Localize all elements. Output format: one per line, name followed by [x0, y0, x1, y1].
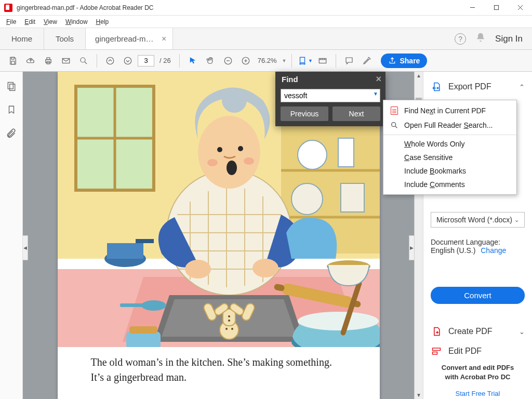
collapse-right-icon[interactable]: ▶: [409, 235, 414, 260]
svg-rect-14: [8, 83, 13, 89]
zoom-out-icon[interactable]: [220, 53, 236, 69]
tab-home[interactable]: Home: [0, 28, 44, 49]
svg-point-48: [252, 259, 278, 277]
menu-include-comments[interactable]: Include Comments: [383, 178, 516, 191]
close-button[interactable]: [508, 0, 532, 16]
svg-rect-3: [46, 59, 51, 62]
svg-rect-0: [494, 5, 498, 9]
svg-point-54: [207, 159, 218, 166]
menu-window[interactable]: Window: [61, 17, 92, 26]
fit-width-icon[interactable]: ▼: [297, 53, 313, 69]
svg-point-55: [244, 157, 254, 165]
export-pdf-icon: [431, 81, 442, 92]
start-trial-link[interactable]: Start Free Trial: [431, 390, 525, 397]
svg-point-7: [81, 58, 85, 62]
email-icon[interactable]: [58, 53, 74, 69]
svg-rect-6: [62, 58, 70, 63]
collapse-left-icon[interactable]: ◀: [23, 235, 28, 260]
save-icon[interactable]: [5, 53, 21, 69]
svg-rect-81: [433, 352, 437, 355]
svg-point-28: [291, 183, 323, 215]
page-up-icon[interactable]: [102, 53, 118, 69]
notifications-icon[interactable]: [475, 32, 486, 45]
change-language-link[interactable]: Change: [481, 246, 506, 255]
svg-point-52: [238, 146, 243, 151]
magnifier-icon: [390, 121, 399, 130]
select-tool-icon[interactable]: [185, 53, 201, 69]
export-pdf-row[interactable]: Export PDF ⌃: [431, 81, 525, 92]
find-title-label: Find: [282, 75, 298, 84]
find-next-button[interactable]: Next: [332, 107, 380, 121]
find-input[interactable]: [281, 89, 380, 102]
menu-case-sensitive[interactable]: Case Sensitive: [383, 151, 516, 164]
zoom-in-icon[interactable]: [238, 53, 254, 69]
export-format-select[interactable]: Microsoft Word (*.docx) ⌄: [431, 212, 525, 228]
svg-point-72: [298, 312, 379, 330]
page-down-icon[interactable]: [120, 53, 136, 69]
chevron-down-icon: ⌄: [519, 328, 525, 336]
highlight-icon[interactable]: [359, 53, 375, 69]
bookmark-icon[interactable]: [7, 104, 16, 116]
page-total-label: / 26: [159, 57, 171, 64]
window-title: gingerbread-man.pdf - Adobe Acrobat Read…: [17, 4, 460, 11]
svg-rect-29: [341, 183, 364, 212]
create-pdf-row[interactable]: Create PDF ⌄: [431, 326, 525, 337]
comment-icon[interactable]: [341, 53, 357, 69]
maximize-button[interactable]: [484, 0, 508, 16]
scroll-up-icon[interactable]: ▲: [415, 73, 423, 78]
pdf-file-icon: [391, 107, 398, 115]
find-close-icon[interactable]: ×: [376, 74, 381, 85]
svg-point-8: [107, 57, 114, 64]
print-icon[interactable]: [41, 53, 56, 69]
page-body-text: The old woman’s in the kitchen. She’s ma…: [58, 349, 380, 399]
tab-tools[interactable]: Tools: [44, 28, 86, 49]
svg-rect-75: [120, 303, 154, 307]
find-options-dropdown-icon[interactable]: ▼: [373, 91, 378, 97]
find-options-menu: Find Next in Current PDF Open Full Reade…: [383, 100, 517, 195]
svg-point-64: [225, 328, 228, 330]
find-previous-button[interactable]: Previous: [281, 107, 328, 121]
tab-document-label: gingerbread-man.p...: [95, 34, 157, 43]
svg-point-47: [185, 260, 211, 278]
page-number-input[interactable]: [138, 55, 154, 66]
menu-edit[interactable]: Edit: [20, 17, 39, 26]
minimize-button[interactable]: [460, 0, 484, 16]
menu-help[interactable]: Help: [92, 17, 113, 26]
cloud-upload-icon[interactable]: [23, 53, 38, 69]
hand-tool-icon[interactable]: [203, 53, 218, 69]
menu-file[interactable]: File: [2, 17, 20, 26]
tab-bar: Home Tools gingerbread-man.p... × ? Sign…: [0, 28, 532, 50]
edit-pdf-row[interactable]: Edit PDF: [431, 347, 525, 356]
svg-point-82: [392, 123, 396, 127]
find-dialog: Find × ▼ Previous Next: [275, 72, 385, 126]
export-format-label: Microsoft Word (*.docx): [436, 216, 512, 224]
menu-find-next-in-pdf[interactable]: Find Next in Current PDF: [383, 103, 516, 118]
sign-in-link[interactable]: Sign In: [495, 34, 523, 44]
scroll-down-icon[interactable]: ▼: [415, 392, 423, 398]
share-button[interactable]: Share: [381, 54, 427, 68]
zoom-dropdown-icon[interactable]: ▼: [282, 58, 287, 63]
svg-rect-32: [136, 239, 154, 243]
read-mode-icon[interactable]: [315, 53, 330, 69]
help-icon[interactable]: ?: [455, 33, 466, 45]
svg-rect-77: [126, 331, 161, 347]
attachment-icon[interactable]: [6, 128, 17, 140]
menu-whole-words-only[interactable]: Whole Words Only: [383, 137, 516, 151]
promo-text: Convert and edit PDFs with Acrobat Pro D…: [431, 363, 525, 381]
svg-point-65: [231, 328, 233, 330]
svg-rect-15: [9, 84, 15, 91]
tab-document[interactable]: gingerbread-man.p... ×: [86, 28, 173, 49]
zoom-level-label[interactable]: 76.2%: [256, 57, 279, 64]
thumbnails-icon[interactable]: [6, 81, 17, 93]
menu-open-full-reader-search[interactable]: Open Full Reader Search...: [383, 118, 516, 132]
create-pdf-icon: [431, 326, 442, 337]
menu-bar: File Edit View Window Help: [0, 16, 532, 28]
svg-point-51: [217, 147, 222, 152]
tab-close-icon[interactable]: ×: [162, 35, 166, 43]
menu-include-bookmarks[interactable]: Include Bookmarks: [383, 164, 516, 178]
convert-button[interactable]: Convert: [431, 287, 525, 304]
svg-rect-78: [129, 326, 157, 334]
search-icon[interactable]: [76, 53, 91, 69]
chevron-up-icon: ⌃: [519, 83, 525, 91]
menu-view[interactable]: View: [39, 17, 61, 26]
